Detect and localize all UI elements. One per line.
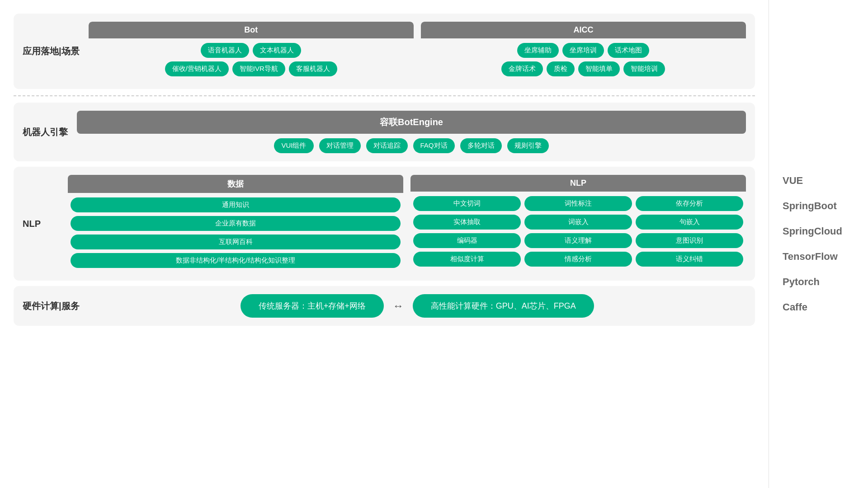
- robot-label: 机器人引擎: [23, 126, 68, 138]
- tag-zhongneng-tian: 智能填单: [578, 61, 620, 76]
- tag-zuoxi-fuzhu: 坐席辅助: [517, 43, 559, 58]
- dashed-divider: [14, 95, 755, 96]
- robot-section: 机器人引擎 容联BotEngine VUI组件 对话管理 对话追踪 FAQ对话 …: [14, 103, 755, 161]
- nlp-tags-grid: 中文切词 词性标注 依存分析 实体抽取 词嵌入 句嵌入 编码器 语义理解 意图识…: [410, 192, 746, 271]
- tag-zuoxi-peixun: 坐席培训: [562, 43, 604, 58]
- tag-wenben: 文本机器人: [253, 43, 301, 58]
- engine-tags-row: VUI组件 对话管理 对话追踪 FAQ对话 多轮对话 规则引擎: [77, 138, 746, 153]
- tag-data-zhishi: 数据非结构化/半结构化/结构化知识整理: [71, 253, 401, 268]
- robot-inner: 容联BotEngine VUI组件 对话管理 对话追踪 FAQ对话 多轮对话 规…: [77, 111, 746, 153]
- tag-cuishou: 催收/营销机器人: [165, 61, 229, 76]
- tag-zhongneng-pei: 智能培训: [623, 61, 665, 76]
- app-scene-inner: Bot 语音机器人 文本机器人 催收/营销机器人 智能IVR导航 客服机器人 A…: [89, 22, 746, 81]
- tag-guize: 规则引擎: [507, 138, 549, 153]
- aicc-row1: 坐席辅助 坐席培训 话术地图: [424, 43, 743, 58]
- tag-duolun: 多轮对话: [460, 138, 502, 153]
- tag-ci-qianru: 词嵌入: [524, 215, 632, 230]
- sidebar-item-caffe: Caffe: [783, 301, 854, 313]
- bot-header: Bot: [89, 22, 414, 38]
- sidebar-item-tensorflow: TensorFlow: [783, 251, 854, 263]
- tag-qiye-data: 企业原有数据: [71, 216, 401, 231]
- nlp-nlp-header: NLP: [410, 175, 746, 192]
- main-content: 应用落地|场景 Bot 语音机器人 文本机器人 催收/营销机器人 智能IVR导航…: [0, 0, 769, 488]
- tag-yuyi-lijie: 语义理解: [524, 233, 632, 248]
- nlp-label: NLP: [23, 219, 59, 229]
- app-scene-section: 应用落地|场景 Bot 语音机器人 文本机器人 催收/营销机器人 智能IVR导航…: [14, 14, 755, 89]
- nlp-data-box: 数据 通用知识 企业原有数据 互联网百科 数据非结构化/半结构化/结构化知识整理: [68, 175, 403, 272]
- arrow-icon: ↔: [393, 300, 404, 312]
- hw-tag-traditional: 传统服务器：主机+存储+网络: [241, 294, 384, 318]
- bot-body: 语音机器人 文本机器人 催收/营销机器人 智能IVR导航 客服机器人: [89, 38, 414, 81]
- hardware-label: 硬件计算|服务: [23, 300, 80, 312]
- sidebar-item-pytorch: Pytorch: [783, 276, 854, 288]
- tag-zhijian: 质检: [547, 61, 575, 76]
- bot-row1: 语音机器人 文本机器人: [91, 43, 411, 58]
- tag-yuyin: 语音机器人: [201, 43, 249, 58]
- tag-ivr: 智能IVR导航: [232, 61, 285, 76]
- tag-duihua-zhuizong: 对话追踪: [366, 138, 408, 153]
- tag-kefu: 客服机器人: [289, 61, 337, 76]
- tag-jinpai: 金牌话术: [501, 61, 543, 76]
- app-scene-label: 应用落地|场景: [23, 45, 80, 57]
- tag-yitu-shibie: 意图识别: [636, 233, 743, 248]
- engine-header: 容联BotEngine: [77, 111, 746, 134]
- nlp-data-header: 数据: [68, 175, 403, 193]
- hw-inner: 传统服务器：主机+存储+网络 ↔ 高性能计算硬件：GPU、AI芯片、FPGA: [89, 294, 746, 318]
- sidebar-item-vue: VUE: [783, 175, 854, 187]
- tag-shiti-chouqu: 实体抽取: [413, 215, 521, 230]
- sidebar: VUE SpringBoot SpringCloud TensorFlow Py…: [769, 0, 868, 488]
- tag-xiangsi-du: 相似度计算: [413, 252, 521, 267]
- nlp-section: NLP 数据 通用知识 企业原有数据 互联网百科 数据非结构化/半结构化/结构化…: [14, 167, 755, 281]
- nlp-inner: 数据 通用知识 企业原有数据 互联网百科 数据非结构化/半结构化/结构化知识整理…: [68, 175, 746, 272]
- tag-faq: FAQ对话: [413, 138, 455, 153]
- tag-zhongwen-qiecifa: 中文切词: [413, 196, 521, 211]
- aicc-header: AICC: [421, 22, 746, 38]
- tag-hulianwang: 互联网百科: [71, 235, 401, 249]
- tag-tongyong: 通用知识: [71, 197, 401, 212]
- nlp-data-body: 通用知识 企业原有数据 互联网百科 数据非结构化/半结构化/结构化知识整理: [68, 193, 403, 272]
- sidebar-item-springboot: SpringBoot: [783, 200, 854, 212]
- tag-ju-qianru: 句嵌入: [636, 215, 743, 230]
- tag-huashu-ditu: 话术地图: [608, 43, 649, 58]
- nlp-nlp-box: NLP 中文切词 词性标注 依存分析 实体抽取 词嵌入 句嵌入 编码器 语义理解…: [410, 175, 746, 272]
- tag-duihua-guanli: 对话管理: [319, 138, 361, 153]
- hardware-section: 硬件计算|服务 传统服务器：主机+存储+网络 ↔ 高性能计算硬件：GPU、AI芯…: [14, 286, 755, 326]
- aicc-row2: 金牌话术 质检 智能填单 智能培训: [424, 61, 743, 76]
- tag-yicun-fenxi: 依存分析: [636, 196, 743, 211]
- tag-qinggan-fenxi: 情感分析: [524, 252, 632, 267]
- aicc-box: AICC 坐席辅助 坐席培训 话术地图 金牌话术 质检 智能填单 智能培训: [421, 22, 746, 81]
- tag-yuyi-jiucuo: 语义纠错: [636, 252, 743, 267]
- tag-cixing-biaozhu: 词性标注: [524, 196, 632, 211]
- tag-bianma-qi: 编码器: [413, 233, 521, 248]
- tag-vui: VUI组件: [274, 138, 313, 153]
- sidebar-item-springcloud: SpringCloud: [783, 225, 854, 237]
- aicc-body: 坐席辅助 坐席培训 话术地图 金牌话术 质检 智能填单 智能培训: [421, 38, 746, 81]
- bot-box: Bot 语音机器人 文本机器人 催收/营销机器人 智能IVR导航 客服机器人: [89, 22, 414, 81]
- hw-tag-highperf: 高性能计算硬件：GPU、AI芯片、FPGA: [413, 294, 594, 318]
- bot-row2: 催收/营销机器人 智能IVR导航 客服机器人: [91, 61, 411, 76]
